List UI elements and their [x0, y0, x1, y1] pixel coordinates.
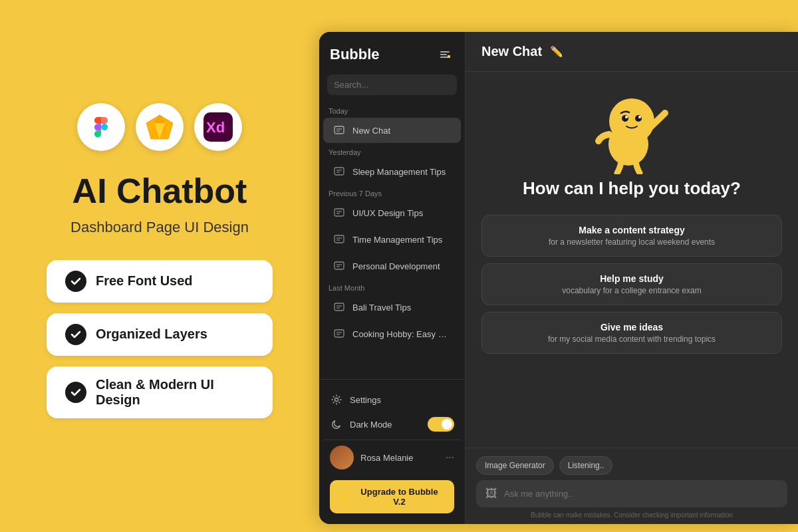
logo: Bubble — [330, 46, 380, 63]
chat-item-text-time: Time Management Tips — [352, 235, 442, 245]
check-icon-3 — [65, 382, 86, 403]
chat-header: New Chat ✏️ — [466, 32, 798, 72]
chat-icon-3 — [332, 206, 346, 219]
message-input[interactable] — [504, 489, 778, 499]
suggestion-sub-3: for my social media content with trendin… — [494, 334, 769, 344]
suggestion-card-3[interactable]: Give me ideas for my social media conten… — [481, 312, 782, 354]
left-section: Xd AI Chatbot Dashboard Page UI Design F… — [0, 0, 319, 532]
search-input[interactable] — [334, 80, 446, 90]
chat-icon-2 — [332, 165, 346, 178]
suggestion-sub-2: vocabulary for a college entrance exam — [494, 286, 769, 295]
sidebar-header: Bubble — [319, 32, 465, 74]
chat-item-text-sleep: Sleep Management Tips — [352, 167, 446, 177]
chat-footer: Image Generator Listening.. 🖼 Bubble can… — [466, 448, 798, 524]
svg-point-41 — [625, 116, 628, 118]
svg-point-40 — [635, 115, 642, 122]
chat-item-uiux[interactable]: UI/UX Design Tips — [323, 200, 461, 225]
svg-point-39 — [622, 115, 628, 122]
xd-icon: Xd — [194, 103, 242, 151]
suggestion-card-2[interactable]: Help me study vocabulary for a college e… — [481, 263, 782, 305]
dark-mode-label: Dark Mode — [350, 420, 421, 430]
suggestion-cards: Make a content strategy for a newsletter… — [481, 215, 782, 354]
user-options-icon[interactable]: ··· — [446, 452, 454, 464]
yesterday-label: Yesterday — [319, 144, 465, 159]
chat-item-text-new: New Chat — [352, 126, 390, 136]
input-row: 🖼 — [476, 480, 787, 507]
chat-item-sleep[interactable]: Sleep Management Tips — [323, 159, 461, 184]
chat-icon — [332, 124, 346, 137]
user-row: Rosa Melanie ··· — [323, 440, 461, 475]
avatar — [330, 446, 354, 469]
svg-point-42 — [638, 116, 641, 118]
today-label: Today — [319, 103, 465, 118]
quick-btn-image[interactable]: Image Generator — [476, 456, 554, 475]
chat-item-cooking[interactable]: Cooking Hobby: Easy Re... — [323, 321, 461, 346]
suggestion-title-2: Help me study — [494, 273, 769, 284]
chat-icon-5 — [332, 259, 346, 273]
svg-rect-21 — [334, 209, 344, 216]
svg-rect-27 — [334, 262, 344, 269]
svg-rect-18 — [334, 168, 344, 175]
chat-icon-6 — [332, 301, 346, 314]
suggestion-card-1[interactable]: Make a content strategy for a newsletter… — [481, 215, 782, 257]
sidebar-bottom: Settings Dark Mode Rosa Melanie ··· ⚡ Up… — [319, 379, 465, 524]
tool-icons: Xd — [77, 103, 242, 151]
footer-note: Bubble can make mistakes. Consider check… — [476, 511, 787, 519]
chat-item-text-uiux: UI/UX Design Tips — [352, 208, 423, 218]
mascot — [592, 88, 672, 168]
svg-rect-9 — [440, 51, 450, 53]
quick-btn-listening[interactable]: Listening.. — [559, 456, 613, 475]
dark-mode-toggle[interactable] — [428, 417, 454, 432]
chat-content: How can I help you today? Make a content… — [466, 72, 798, 448]
settings-row[interactable]: Settings — [323, 388, 461, 412]
sketch-icon — [136, 103, 184, 151]
chat-item-text-bali: Bali Travel Tips — [352, 303, 411, 313]
chat-item-new-chat[interactable]: New Chat — [323, 118, 461, 143]
moon-icon — [330, 418, 343, 431]
upgrade-button[interactable]: ⚡ Upgrade to Bubble V.2 — [330, 480, 454, 513]
chat-item-text-personal: Personal Development — [352, 261, 440, 271]
app-mockup: Bubble Today New Chat Yesterday Sleep Ma… — [319, 32, 798, 524]
feature-label-1: Free Font Used — [96, 273, 193, 289]
search-bar[interactable] — [327, 74, 457, 95]
chat-icon-4 — [332, 233, 346, 246]
svg-rect-24 — [334, 235, 344, 243]
free-font-badge: Free Font Used — [47, 260, 273, 303]
subtitle: Dashboard Page UI Design — [70, 219, 249, 236]
chat-item-text-cooking: Cooking Hobby: Easy Re... — [352, 329, 452, 339]
settings-label: Settings — [350, 395, 454, 405]
main-area: New Chat ✏️ — [466, 32, 798, 524]
new-chat-icon-btn[interactable] — [436, 45, 454, 64]
clean-ui-badge: Clean & Modern UI Design — [47, 366, 273, 418]
svg-rect-30 — [334, 303, 344, 311]
chat-header-title: New Chat — [481, 44, 542, 59]
feature-label-2: Organized Layers — [96, 327, 207, 342]
chat-item-time[interactable]: Time Management Tips — [323, 227, 461, 252]
settings-icon — [330, 393, 343, 406]
organized-layers-badge: Organized Layers — [47, 313, 273, 356]
welcome-text: How can I help you today? — [523, 178, 741, 199]
svg-point-36 — [335, 398, 338, 402]
user-name: Rosa Melanie — [360, 453, 439, 463]
dark-mode-row: Dark Mode — [323, 412, 461, 437]
check-icon-2 — [65, 324, 86, 345]
quick-actions: Image Generator Listening.. — [476, 456, 787, 475]
suggestion-sub-1: for a newsletter featuring local weekend… — [494, 237, 769, 247]
svg-rect-12 — [448, 55, 450, 58]
sidebar: Bubble Today New Chat Yesterday Sleep Ma… — [319, 32, 466, 524]
chat-icon-7 — [332, 327, 346, 340]
chat-item-bali[interactable]: Bali Travel Tips — [323, 295, 461, 320]
avatar-image — [330, 446, 354, 469]
svg-rect-10 — [440, 54, 447, 55]
attachment-icon[interactable]: 🖼 — [485, 487, 497, 501]
svg-point-38 — [609, 98, 654, 144]
chat-item-personal[interactable]: Personal Development — [323, 253, 461, 279]
feature-label-3: Clean & Modern UI Design — [96, 377, 254, 408]
svg-text:Xd: Xd — [206, 119, 225, 136]
svg-rect-15 — [334, 126, 344, 134]
edit-icon[interactable]: ✏️ — [550, 45, 563, 58]
lightning-icon: ⚡ — [339, 492, 350, 502]
svg-rect-11 — [440, 57, 448, 58]
main-title: AI Chatbot — [72, 172, 247, 210]
suggestion-title-1: Make a content strategy — [494, 225, 769, 235]
